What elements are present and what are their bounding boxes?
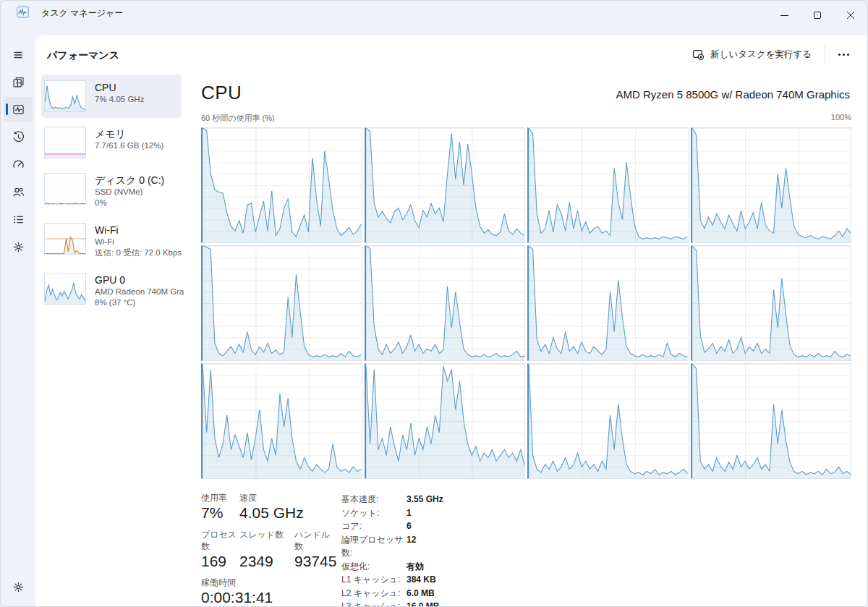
stat-value-threads: 2349 bbox=[239, 552, 294, 571]
details-list-icon bbox=[12, 213, 25, 226]
axis-label-left: 60 秒間の使用率 (%) bbox=[201, 113, 275, 124]
minimize-button[interactable] bbox=[767, 1, 801, 30]
nav-details[interactable] bbox=[4, 207, 33, 232]
stat-label: 稼働時間 bbox=[201, 577, 339, 588]
nav-app-history[interactable] bbox=[4, 124, 33, 149]
disk-mini-chart bbox=[44, 173, 86, 205]
window-title: タスク マネージャー bbox=[41, 7, 123, 20]
cpu-core-chart-9 bbox=[365, 363, 526, 479]
nav-services[interactable] bbox=[4, 234, 33, 259]
processes-icon bbox=[12, 76, 25, 88]
stat-value-sockets: 1 bbox=[407, 506, 412, 520]
nav-processes[interactable] bbox=[4, 69, 33, 94]
cpu-mini-chart bbox=[44, 80, 86, 112]
device-sub2: 0% bbox=[95, 198, 164, 208]
more-options-button[interactable] bbox=[830, 43, 857, 65]
run-new-task-icon bbox=[692, 48, 705, 61]
stat-value-speed: 4.05 GHz bbox=[239, 504, 339, 522]
performance-icon bbox=[12, 103, 25, 116]
cpu-core-grid bbox=[201, 127, 851, 479]
device-item-disk[interactable]: ディスク 0 (C:) SSD (NVMe) 0% bbox=[41, 167, 182, 214]
stat-value-processes: 169 bbox=[201, 552, 239, 571]
close-button[interactable] bbox=[834, 1, 867, 30]
device-title: ディスク 0 (C:) bbox=[95, 174, 164, 187]
nav-performance[interactable] bbox=[4, 97, 33, 122]
stat-value-uptime: 0:00:31:41 bbox=[201, 588, 339, 607]
device-title: GPU 0 bbox=[95, 273, 177, 286]
cpu-core-chart-5 bbox=[365, 245, 526, 361]
stat-label: 速度 bbox=[239, 492, 339, 504]
app-icon bbox=[17, 6, 29, 18]
stat-label: スレッド数 bbox=[239, 529, 294, 552]
device-item-cpu[interactable]: CPU 7% 4.05 GHz bbox=[41, 75, 182, 118]
device-sub: 7.7/61.6 GB (12%) bbox=[95, 140, 163, 151]
cpu-stats-right: 基本速度:3.55 GHz ソケット:1 コア:6 論理プロセッサ数:12 仮想… bbox=[341, 492, 443, 607]
stat-label: L1 キャッシュ: bbox=[341, 573, 407, 587]
users-icon bbox=[12, 186, 25, 198]
cpu-core-chart-10 bbox=[527, 363, 689, 479]
stat-value-l1-cache: 384 KB bbox=[407, 573, 436, 587]
cpu-core-chart-3 bbox=[691, 127, 852, 243]
cpu-chip-name: AMD Ryzen 5 8500G w/ Radeon 740M Graphic… bbox=[616, 88, 851, 101]
cpu-core-chart-0 bbox=[201, 127, 362, 243]
run-new-task-label: 新しいタスクを実行する bbox=[710, 48, 812, 61]
nav-menu-button[interactable] bbox=[4, 43, 33, 67]
navigation-rail bbox=[1, 35, 35, 606]
device-sub2: 送信: 0 受信: 72.0 Kbps bbox=[95, 247, 177, 258]
device-sub: SSD (NVMe) bbox=[95, 187, 164, 198]
memory-mini-chart bbox=[44, 127, 86, 158]
page-title: パフォーマンス bbox=[47, 49, 119, 62]
cpu-stats-left: 使用率 速度 7% 4.05 GHz プロセス数 スレッド数 ハンドル数 169… bbox=[201, 492, 339, 607]
cpu-core-chart-6 bbox=[527, 245, 689, 361]
stat-value-base-speed: 3.55 GHz bbox=[407, 493, 443, 506]
content-card: パフォーマンス 新しいタスクを実行する CPU 7% 4.05 GHz bbox=[35, 35, 867, 606]
cpu-core-chart-1 bbox=[365, 127, 526, 243]
services-gear-icon bbox=[12, 241, 25, 253]
stat-label: 仮想化: bbox=[341, 560, 407, 574]
cpu-panel: CPU AMD Ryzen 5 8500G w/ Radeon 740M Gra… bbox=[201, 80, 851, 607]
gpu-mini-chart bbox=[44, 273, 86, 305]
cpu-core-chart-4 bbox=[201, 245, 362, 361]
device-title: CPU bbox=[95, 81, 144, 94]
selected-indicator bbox=[6, 103, 8, 115]
nav-users[interactable] bbox=[4, 179, 33, 204]
cpu-core-chart-7 bbox=[691, 245, 852, 361]
run-new-task-button[interactable]: 新しいタスクを実行する bbox=[684, 43, 820, 66]
history-clock-icon bbox=[12, 131, 25, 143]
stat-label: L3 キャッシュ: bbox=[341, 600, 407, 607]
titlebar[interactable]: タスク マネージャー bbox=[1, 1, 867, 35]
stat-label: ソケット: bbox=[341, 506, 407, 520]
device-item-wifi[interactable]: Wi-Fi Wi-Fi 送信: 0 受信: 72.0 Kbps bbox=[41, 217, 182, 264]
stat-value-usage: 7% bbox=[201, 504, 239, 522]
device-item-memory[interactable]: メモリ 7.7/61.6 GB (12%) bbox=[41, 121, 182, 164]
device-item-gpu[interactable]: GPU 0 AMD Radeon 740M Gra 8% (37 °C) bbox=[41, 267, 182, 314]
cpu-stats: 使用率 速度 7% 4.05 GHz プロセス数 スレッド数 ハンドル数 169… bbox=[201, 492, 851, 607]
cpu-core-chart-2 bbox=[527, 127, 689, 243]
stat-label: ハンドル数 bbox=[294, 529, 339, 552]
wifi-mini-chart bbox=[44, 223, 86, 255]
stat-label: L2 キャッシュ: bbox=[341, 587, 407, 600]
stat-label: 論理プロセッサ数: bbox=[341, 533, 407, 560]
stat-value-handles: 93745 bbox=[294, 552, 339, 571]
maximize-icon bbox=[814, 12, 821, 19]
ellipsis-icon bbox=[838, 54, 841, 56]
cpu-core-chart-8 bbox=[201, 363, 362, 479]
stat-label: 使用率 bbox=[201, 492, 239, 504]
stat-value-cores: 6 bbox=[407, 519, 412, 533]
header-divider bbox=[825, 45, 825, 64]
cpu-panel-title: CPU bbox=[201, 82, 242, 104]
device-sub: Wi-Fi bbox=[95, 237, 177, 247]
hamburger-icon bbox=[12, 49, 24, 61]
stat-label: プロセス数 bbox=[201, 529, 239, 552]
minimize-icon bbox=[780, 15, 788, 16]
gauge-icon bbox=[12, 158, 25, 171]
stat-value-virtualization: 有効 bbox=[407, 560, 424, 574]
device-sub2: 8% (37 °C) bbox=[95, 297, 177, 308]
device-sub: AMD Radeon 740M Gra bbox=[95, 286, 177, 297]
device-sub: 7% 4.05 GHz bbox=[95, 94, 144, 105]
settings-button[interactable] bbox=[4, 574, 33, 599]
maximize-button[interactable] bbox=[801, 1, 834, 30]
nav-startup-apps[interactable] bbox=[4, 152, 33, 177]
device-title: Wi-Fi bbox=[95, 224, 177, 237]
task-manager-window: タスク マネージャー bbox=[0, 0, 868, 607]
